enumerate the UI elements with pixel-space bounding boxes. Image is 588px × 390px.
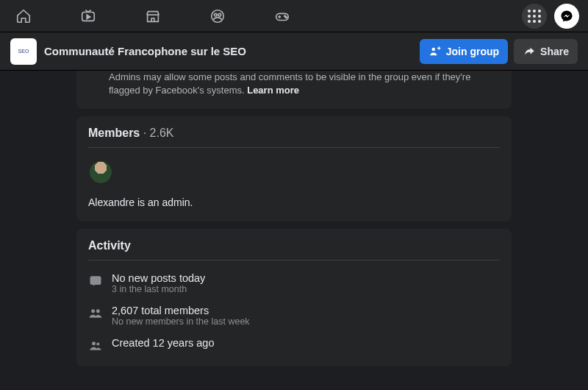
home-icon	[15, 8, 32, 24]
activity-posts-sub: 3 in the last month	[112, 284, 205, 294]
svg-point-7	[431, 47, 435, 51]
members-heading-label: Members	[88, 127, 140, 139]
activity-members-sub: No new members in the last week	[112, 316, 250, 327]
svg-point-9	[91, 310, 95, 313]
share-button-label: Share	[540, 46, 569, 57]
admin-moderation-note: Admins may allow some posts and comments…	[76, 71, 512, 109]
activity-card: Activity No new posts today 3 in the las…	[76, 229, 512, 366]
top-navigation	[0, 0, 588, 32]
groups-icon	[209, 8, 226, 24]
top-nav-tabs	[13, 6, 293, 26]
nav-watch[interactable]	[78, 6, 98, 26]
svg-point-11	[92, 342, 96, 346]
svg-point-6	[286, 16, 287, 18]
members-icon	[88, 306, 103, 321]
divider	[88, 147, 500, 148]
activity-created-row: Created 12 years ago	[88, 337, 500, 353]
activity-members-main: 2,607 total members	[112, 305, 250, 316]
share-icon	[523, 45, 536, 58]
members-count: 2.6K	[150, 127, 174, 139]
learn-more-link[interactable]: Learn more	[247, 85, 299, 96]
join-group-button[interactable]: Join group	[420, 39, 508, 64]
activity-heading: Activity	[88, 239, 500, 252]
members-heading[interactable]: Members · 2.6K	[88, 127, 500, 140]
activity-posts-main: No new posts today	[112, 272, 205, 284]
join-icon	[429, 45, 442, 58]
posts-icon	[88, 274, 103, 288]
group-header-bar: SEO Communauté Francophone sur le SEO Jo…	[0, 32, 588, 71]
divider	[88, 260, 500, 260]
group-thumbnail[interactable]: SEO	[10, 38, 37, 65]
gaming-icon	[274, 8, 290, 24]
nav-groups[interactable]	[207, 6, 228, 26]
svg-point-1	[212, 10, 224, 22]
watch-icon	[80, 8, 96, 24]
share-button[interactable]: Share	[514, 39, 578, 64]
menu-button[interactable]	[522, 4, 547, 29]
members-card: Members · 2.6K Alexandre is an admin.	[76, 116, 512, 221]
avatar[interactable]	[88, 160, 113, 185]
svg-point-2	[214, 13, 217, 16]
svg-point-10	[96, 310, 100, 313]
svg-rect-8	[90, 277, 101, 286]
messenger-button[interactable]	[554, 4, 579, 29]
group-actions: Join group Share	[420, 39, 578, 64]
join-button-label: Join group	[446, 46, 499, 57]
activity-members-row: 2,607 total members No new members in th…	[88, 305, 500, 327]
nav-marketplace[interactable]	[143, 6, 163, 26]
top-nav-right	[522, 4, 579, 29]
activity-created-main: Created 12 years ago	[112, 337, 214, 349]
svg-point-3	[218, 13, 221, 16]
group-title[interactable]: Communauté Francophone sur le SEO	[44, 45, 246, 57]
nav-gaming[interactable]	[272, 6, 293, 26]
svg-point-12	[96, 343, 99, 346]
marketplace-icon	[145, 8, 161, 24]
content-area: Admins may allow some posts and comments…	[0, 71, 588, 374]
member-avatars-row	[88, 160, 500, 185]
messenger-icon	[560, 10, 573, 23]
admin-description: Alexandre is an admin.	[88, 196, 500, 208]
activity-posts-row: No new posts today 3 in the last month	[88, 272, 500, 294]
nav-home[interactable]	[13, 6, 34, 26]
created-icon	[88, 338, 103, 353]
menu-grid-icon	[528, 10, 541, 23]
